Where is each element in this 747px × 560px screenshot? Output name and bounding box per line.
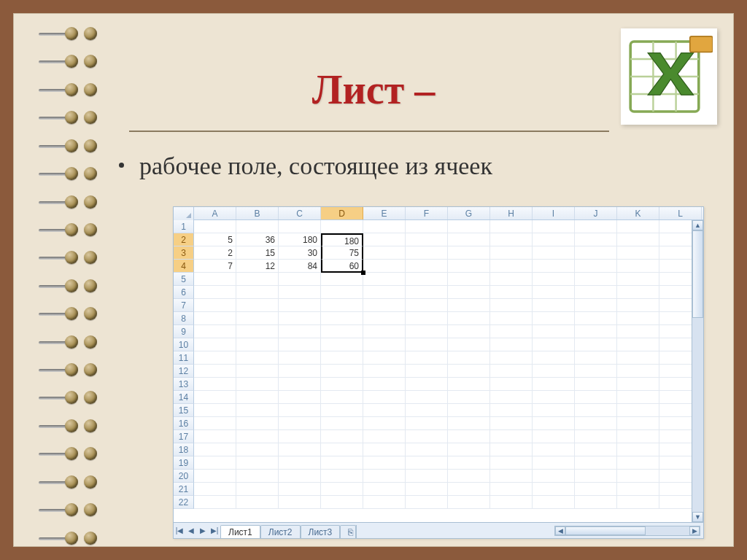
cell[interactable] — [406, 417, 448, 430]
cell[interactable] — [575, 273, 617, 286]
cell[interactable] — [533, 483, 575, 496]
cell[interactable] — [279, 220, 321, 233]
cell[interactable] — [490, 456, 533, 470]
cell[interactable] — [533, 220, 575, 233]
cell[interactable] — [236, 430, 279, 443]
cell[interactable] — [194, 351, 236, 365]
cell[interactable] — [448, 220, 490, 233]
row-header[interactable]: 17 — [174, 430, 194, 443]
cell[interactable] — [406, 325, 448, 338]
cell[interactable] — [194, 286, 236, 299]
cell[interactable] — [279, 496, 321, 509]
cell[interactable] — [363, 246, 406, 260]
cell[interactable] — [236, 456, 279, 470]
cell[interactable] — [321, 404, 363, 417]
cell[interactable] — [406, 470, 448, 483]
cell[interactable] — [321, 325, 363, 338]
cell[interactable] — [617, 378, 659, 391]
cell[interactable] — [575, 299, 617, 312]
cell[interactable] — [575, 404, 617, 417]
cell[interactable] — [194, 325, 236, 338]
cell[interactable] — [279, 325, 321, 338]
column-header[interactable]: J — [575, 207, 617, 219]
cell[interactable] — [194, 378, 236, 391]
cell[interactable] — [321, 312, 363, 325]
cell[interactable] — [321, 351, 363, 365]
cell[interactable] — [406, 312, 448, 325]
cell[interactable] — [236, 286, 279, 299]
cell[interactable] — [575, 391, 617, 404]
cell[interactable] — [533, 273, 575, 286]
cell[interactable]: 30 — [279, 246, 321, 260]
cell[interactable] — [194, 443, 236, 456]
cell[interactable] — [363, 260, 406, 273]
cell[interactable] — [236, 378, 279, 391]
row-header[interactable]: 19 — [174, 456, 194, 470]
cell[interactable]: 180 — [279, 233, 321, 246]
row-header[interactable]: 3 — [174, 246, 194, 260]
column-header[interactable]: K — [617, 207, 659, 219]
cell[interactable] — [448, 456, 490, 470]
cell[interactable] — [236, 325, 279, 338]
cell[interactable] — [617, 417, 659, 430]
cell[interactable] — [448, 378, 490, 391]
cell[interactable] — [406, 286, 448, 299]
cell[interactable] — [490, 378, 533, 391]
cell[interactable] — [490, 430, 533, 443]
cell[interactable]: 7 — [194, 260, 236, 273]
cell[interactable] — [236, 220, 279, 233]
cell[interactable] — [236, 417, 279, 430]
row-header[interactable]: 22 — [174, 496, 194, 509]
sheet-tab[interactable]: Лист3 — [301, 525, 341, 538]
row-header[interactable]: 18 — [174, 443, 194, 456]
sheet-tab[interactable]: Лист1 — [220, 525, 260, 538]
cell[interactable] — [533, 260, 575, 273]
cell[interactable] — [194, 456, 236, 470]
cell[interactable] — [448, 365, 490, 378]
row-header[interactable]: 15 — [174, 404, 194, 417]
row-header[interactable]: 13 — [174, 378, 194, 391]
cell[interactable] — [575, 378, 617, 391]
column-header[interactable]: F — [406, 207, 448, 219]
cell[interactable] — [533, 338, 575, 351]
cell[interactable] — [406, 273, 448, 286]
cell[interactable] — [279, 456, 321, 470]
cell[interactable] — [448, 470, 490, 483]
cell[interactable] — [490, 391, 533, 404]
cell[interactable] — [490, 338, 533, 351]
cell[interactable] — [321, 220, 363, 233]
row-header[interactable]: 16 — [174, 417, 194, 430]
cell[interactable] — [448, 273, 490, 286]
cell[interactable] — [490, 496, 533, 509]
cell[interactable] — [236, 404, 279, 417]
nav-first-button[interactable]: |◀ — [174, 524, 185, 538]
cell[interactable] — [575, 443, 617, 456]
cell[interactable] — [448, 338, 490, 351]
cell[interactable] — [490, 404, 533, 417]
cell[interactable] — [575, 365, 617, 378]
cell[interactable] — [321, 443, 363, 456]
row-header[interactable]: 21 — [174, 483, 194, 496]
cell[interactable] — [279, 430, 321, 443]
cell[interactable] — [194, 470, 236, 483]
cell[interactable] — [617, 286, 659, 299]
cell[interactable] — [617, 338, 659, 351]
cell[interactable] — [575, 325, 617, 338]
cell[interactable] — [279, 391, 321, 404]
cell[interactable] — [533, 312, 575, 325]
cell[interactable] — [533, 299, 575, 312]
cell[interactable]: 180 — [321, 233, 363, 246]
cell[interactable] — [194, 312, 236, 325]
cell[interactable] — [279, 299, 321, 312]
cell[interactable] — [575, 470, 617, 483]
cell[interactable] — [406, 483, 448, 496]
cell[interactable] — [406, 260, 448, 273]
cell[interactable] — [448, 299, 490, 312]
cell[interactable] — [321, 430, 363, 443]
cell[interactable] — [575, 286, 617, 299]
cell[interactable] — [321, 470, 363, 483]
cell[interactable] — [321, 338, 363, 351]
cell[interactable] — [236, 470, 279, 483]
cell[interactable] — [533, 430, 575, 443]
row-header[interactable]: 4 — [174, 260, 194, 273]
